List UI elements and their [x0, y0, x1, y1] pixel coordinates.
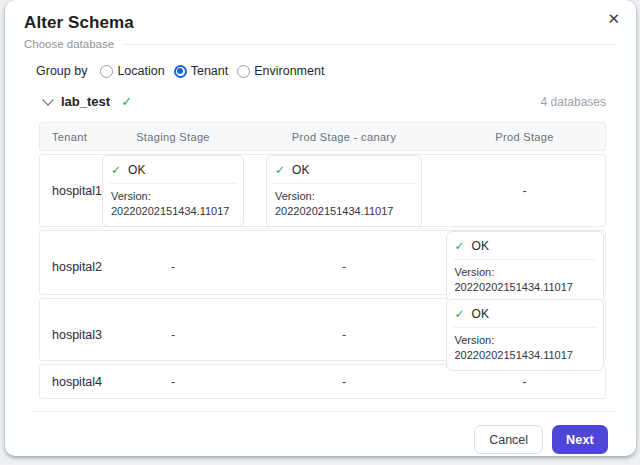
divider	[453, 327, 597, 328]
radio-icon-environment[interactable]	[237, 65, 250, 78]
radio-option-location[interactable]: Location	[100, 64, 164, 78]
check-icon: ✓	[455, 307, 465, 321]
table-cell: ✓ OK Version: 20220202151434.11017	[244, 155, 444, 227]
status-text: OK	[472, 239, 489, 253]
close-icon[interactable]: ✕	[607, 10, 620, 28]
column-header-tenant: Tenant	[40, 131, 102, 143]
empty-cell: -	[244, 328, 444, 342]
subtitle-row: Choose database	[24, 38, 616, 50]
check-icon: ✓	[111, 163, 121, 177]
table-cell: ✓ OK Version: 20220202151434.11017	[444, 299, 605, 371]
database-group-header[interactable]: lab_test ✓ 4 databases	[44, 94, 606, 109]
table-row: hospital2 - - ✓ OK Version: 202202021514…	[39, 230, 606, 295]
radio-label-location: Location	[117, 64, 164, 78]
divider	[124, 44, 616, 45]
dialog-header: Alter Schema ✕ Choose database	[5, 0, 636, 50]
chevron-down-icon[interactable]	[42, 94, 53, 105]
group-by-row: Group by Location Tenant Environment	[36, 64, 636, 78]
dialog-subtitle: Choose database	[24, 38, 114, 50]
radio-option-tenant[interactable]: Tenant	[174, 64, 229, 78]
version-info: Version: 20220202151434.11017	[455, 265, 595, 295]
tenant-label: hospital1	[40, 184, 102, 198]
alter-schema-dialog: Alter Schema ✕ Choose database Group by …	[5, 0, 636, 456]
tenant-label: hospital4	[40, 375, 102, 389]
status-text: OK	[292, 163, 309, 177]
version-label: Version:	[275, 189, 413, 204]
version-info: Version: 20220202151434.11017	[111, 189, 235, 219]
table-cell: ✓ OK Version: 20220202151434.11017	[102, 155, 244, 227]
empty-cell: -	[444, 184, 605, 198]
divider	[273, 183, 415, 184]
column-header-staging: Staging Stage	[102, 131, 244, 143]
status-card: ✓ OK Version: 20220202151434.11017	[446, 299, 604, 371]
status-line: ✓ OK	[455, 306, 595, 327]
table-cell: ✓ OK Version: 20220202151434.11017	[444, 231, 605, 303]
radio-icon-location[interactable]	[100, 65, 113, 78]
divider	[453, 259, 597, 260]
tenant-label: hospital2	[40, 260, 102, 274]
database-count: 4 databases	[541, 95, 606, 109]
next-button[interactable]: Next	[552, 425, 608, 454]
status-card: ✓ OK Version: 20220202151434.11017	[266, 155, 422, 227]
radio-label-environment: Environment	[254, 64, 324, 78]
dialog-title: Alter Schema	[24, 13, 616, 33]
cancel-button[interactable]: Cancel	[474, 425, 543, 454]
table-header-row: Tenant Staging Stage Prod Stage - canary…	[39, 122, 606, 151]
status-card: ✓ OK Version: 20220202151434.11017	[446, 231, 604, 303]
column-header-prod: Prod Stage	[444, 131, 605, 143]
status-text: OK	[128, 163, 145, 177]
version-info: Version: 20220202151434.11017	[455, 333, 595, 363]
empty-cell: -	[444, 375, 605, 389]
empty-cell: -	[102, 328, 244, 342]
radio-option-environment[interactable]: Environment	[237, 64, 324, 78]
tenant-label: hospital3	[40, 328, 102, 342]
table-row: hospital1 ✓ OK Version: 20220202151434.1…	[39, 154, 606, 227]
version-value: 20220202151434.11017	[455, 280, 595, 295]
check-icon: ✓	[121, 94, 132, 109]
column-header-prod-canary: Prod Stage - canary	[244, 131, 444, 143]
radio-label-tenant: Tenant	[191, 64, 229, 78]
version-value: 20220202151434.11017	[275, 204, 413, 219]
footer-divider	[30, 411, 615, 412]
status-line: ✓ OK	[455, 238, 595, 259]
version-value: 20220202151434.11017	[111, 204, 235, 219]
version-label: Version:	[455, 265, 595, 280]
status-text: OK	[472, 307, 489, 321]
dialog-footer: Cancel Next	[5, 425, 608, 454]
version-value: 20220202151434.11017	[455, 348, 595, 363]
status-card: ✓ OK Version: 20220202151434.11017	[102, 155, 244, 227]
version-label: Version:	[111, 189, 235, 204]
empty-cell: -	[244, 260, 444, 274]
status-line: ✓ OK	[275, 162, 413, 183]
database-status-table: Tenant Staging Stage Prod Stage - canary…	[39, 122, 606, 399]
divider	[109, 183, 237, 184]
version-label: Version:	[455, 333, 595, 348]
empty-cell: -	[102, 375, 244, 389]
radio-icon-tenant-selected[interactable]	[174, 65, 187, 78]
status-line: ✓ OK	[111, 162, 235, 183]
check-icon: ✓	[275, 163, 285, 177]
empty-cell: -	[244, 375, 444, 389]
version-info: Version: 20220202151434.11017	[275, 189, 413, 219]
check-icon: ✓	[455, 239, 465, 253]
group-by-label: Group by	[36, 64, 87, 78]
table-row: hospital3 - - ✓ OK Version: 202202021514…	[39, 298, 606, 361]
group-name: lab_test	[61, 94, 110, 109]
empty-cell: -	[102, 260, 244, 274]
